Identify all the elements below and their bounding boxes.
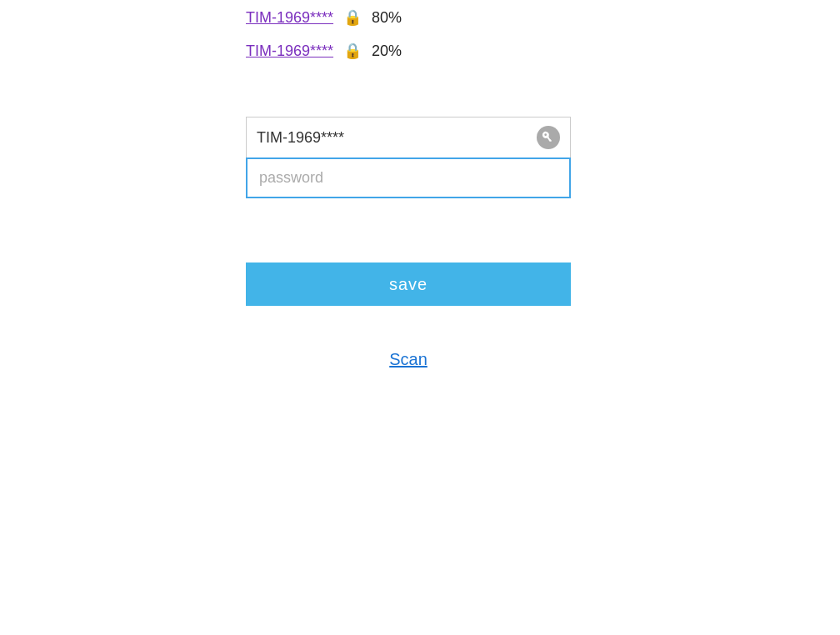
network-link-1[interactable]: TIM-1969****	[246, 9, 333, 27]
key-icon	[537, 126, 560, 149]
selected-network-label: TIM-1969****	[257, 129, 344, 147]
password-input[interactable]	[246, 158, 571, 198]
main-container: TIM-1969**** 🔒 80% TIM-1969**** 🔒 20% TI…	[0, 0, 840, 635]
selected-network-display: TIM-1969****	[246, 117, 571, 158]
form-container: TIM-1969****	[246, 117, 571, 198]
signal-percent-2: 20%	[372, 42, 402, 60]
network-item-1: TIM-1969**** 🔒 80%	[246, 8, 402, 27]
save-button[interactable]: save	[246, 262, 571, 306]
signal-percent-1: 80%	[372, 9, 402, 27]
network-link-2[interactable]: TIM-1969****	[246, 42, 333, 60]
network-item-2: TIM-1969**** 🔒 20%	[246, 42, 402, 60]
lock-icon-1: 🔒	[343, 8, 362, 27]
lock-icon-2: 🔒	[343, 42, 362, 60]
network-list: TIM-1969**** 🔒 80% TIM-1969**** 🔒 20%	[246, 8, 402, 75]
scan-link[interactable]: Scan	[246, 350, 571, 369]
